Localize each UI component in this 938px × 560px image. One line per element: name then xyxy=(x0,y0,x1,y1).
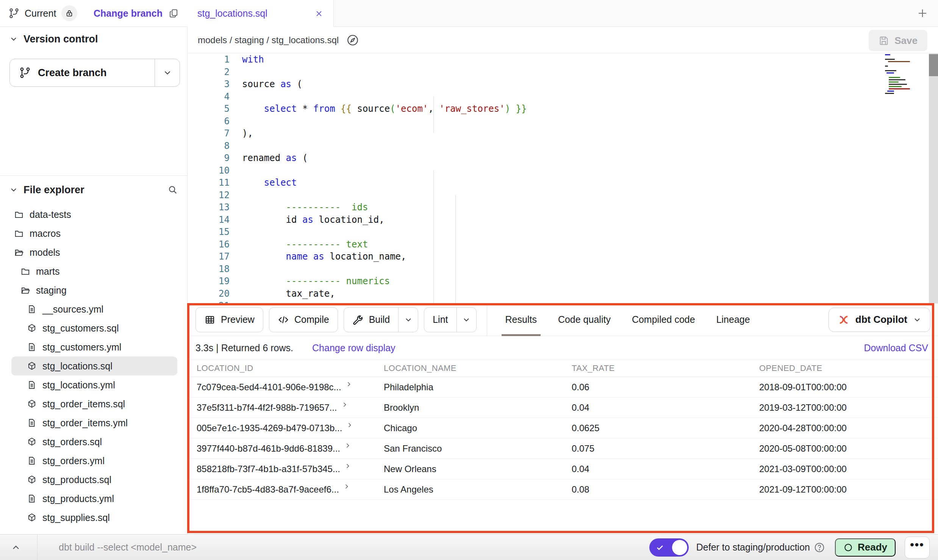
model-cube-icon xyxy=(27,361,37,371)
minimap-line xyxy=(886,72,894,74)
row-expand-icon[interactable] xyxy=(344,462,352,470)
file-tree-item-stg-customers-sql[interactable]: stg_customers.sql xyxy=(11,319,177,338)
cli-command-input[interactable]: dbt build --select <model_name> xyxy=(59,542,197,553)
file-explorer-section-header[interactable]: File explorer xyxy=(0,181,187,199)
tab-stg-locations-sql[interactable]: stg_locations.sql xyxy=(188,0,334,27)
file-tree-item-stg-customers-yml[interactable]: stg_customers.yml xyxy=(11,338,177,357)
create-branch-button[interactable]: Create branch xyxy=(9,59,180,87)
ready-status-button[interactable]: Ready xyxy=(835,538,896,557)
dbt-copilot-button[interactable]: dbt Copilot xyxy=(829,308,930,332)
change-branch-link[interactable]: Change branch xyxy=(94,8,163,19)
file-tree-item-staging[interactable]: staging xyxy=(11,281,177,300)
code-line: 14 id as location_id, xyxy=(188,214,938,226)
file-tree-item-stg-order-items-yml[interactable]: stg_order_items.yml xyxy=(11,413,177,432)
build-dropdown[interactable] xyxy=(398,308,418,332)
defer-toggle[interactable] xyxy=(649,538,689,557)
line-number: 14 xyxy=(188,214,230,226)
cell-opened-date: 2020-05-08T00:00:00 xyxy=(750,443,938,454)
compile-button[interactable]: Compile xyxy=(269,307,338,332)
cell-location-id: 1f8ffa70-7cb5-4d83-8a7f-9aceef6... xyxy=(188,484,375,495)
code-line: 6 xyxy=(188,115,938,128)
row-expand-icon[interactable] xyxy=(341,401,349,408)
file-tree-item-stg-products-sql[interactable]: stg_products.sql xyxy=(11,470,177,489)
code-text: ---------- text xyxy=(242,238,368,251)
folder-open-icon xyxy=(20,285,30,295)
code-line: 16 ---------- text xyxy=(188,238,938,251)
editor-minimap[interactable] xyxy=(885,54,927,95)
file-tree-item-marts[interactable]: marts xyxy=(11,262,177,281)
tab-code-quality[interactable]: Code quality xyxy=(558,303,611,336)
close-icon[interactable] xyxy=(314,9,324,18)
plus-icon[interactable] xyxy=(917,8,928,19)
indent-guide xyxy=(433,170,434,303)
file-tree-item-stg-supplies-sql[interactable]: stg_supplies.sql xyxy=(11,508,177,527)
cell-location-name: Los Angeles xyxy=(375,484,563,495)
search-icon[interactable] xyxy=(167,185,178,195)
file-tree-item-stg-locations-sql[interactable]: stg_locations.sql xyxy=(11,357,177,375)
save-button[interactable]: Save xyxy=(869,30,927,51)
tab-lineage[interactable]: Lineage xyxy=(716,303,750,336)
create-branch-dropdown[interactable] xyxy=(155,59,180,86)
lint-button[interactable]: Lint xyxy=(424,307,476,332)
file-tree-item-stg-orders-yml[interactable]: stg_orders.yml xyxy=(11,451,177,470)
tab-compiled-code[interactable]: Compiled code xyxy=(632,303,695,336)
table-row: 37e5f311-b7f4-4f2f-988b-719657...Brookly… xyxy=(188,397,938,418)
file-tree-item-stg-orders-sql[interactable]: stg_orders.sql xyxy=(11,432,177,451)
code-editor[interactable]: 1with23source as (45 select * from {{ so… xyxy=(188,53,938,303)
code-text: ), xyxy=(242,127,253,140)
code-line: 19 ---------- numerics xyxy=(188,275,938,288)
compass-icon[interactable] xyxy=(346,34,359,47)
defer-label: Defer to staging/production xyxy=(696,542,810,553)
more-options-button[interactable]: ••• xyxy=(905,537,930,558)
file-tree-item-models[interactable]: models xyxy=(11,243,177,262)
file-name: stg_products.sql xyxy=(42,474,111,485)
row-expand-icon[interactable] xyxy=(343,483,350,490)
status-circle-icon xyxy=(843,543,853,552)
status-bar: dbt build --select <model_name> Defer to… xyxy=(0,534,938,560)
copilot-icon xyxy=(837,313,850,326)
cell-location-id: 7c079cea-5ed4-4101-906e-9198c... xyxy=(188,382,375,393)
code-line: 5 select * from {{ source('ecom', 'raw_s… xyxy=(188,103,938,115)
change-row-display-link[interactable]: Change row display xyxy=(312,343,396,354)
help-icon[interactable] xyxy=(814,542,825,553)
line-number: 8 xyxy=(188,140,230,152)
lock-icon xyxy=(65,9,73,17)
code-line: 13 ---------- ids xyxy=(188,201,938,214)
file-tree-item--sources-yml[interactable]: __sources.yml xyxy=(11,300,177,319)
minimap-line xyxy=(889,79,905,80)
file-tree-item-stg-locations-yml[interactable]: stg_locations.yml xyxy=(11,375,177,394)
row-expand-icon[interactable] xyxy=(344,442,352,449)
file-name: marts xyxy=(36,266,60,277)
row-expand-icon[interactable] xyxy=(345,380,353,388)
file-tree: data-testsmacrosmodelsmartsstaging__sour… xyxy=(0,205,187,527)
ellipsis-icon: ••• xyxy=(910,545,924,550)
file-name: stg_customers.yml xyxy=(42,342,121,353)
row-expand-icon[interactable] xyxy=(346,421,353,429)
chevron-up-icon[interactable] xyxy=(11,542,21,553)
sidebar-divider xyxy=(0,175,187,176)
preview-button[interactable]: Preview xyxy=(195,307,263,332)
file-tree-item-macros[interactable]: macros xyxy=(11,224,177,243)
build-button[interactable]: Build xyxy=(344,307,419,332)
line-number: 13 xyxy=(188,201,230,214)
scrollbar-thumb[interactable] xyxy=(929,54,938,76)
file-name: stg_order_items.sql xyxy=(42,399,125,410)
editor-scrollbar[interactable] xyxy=(929,53,938,303)
cell-location-id: 3977f440-b87d-461b-9dd6-81839... xyxy=(188,443,375,454)
line-number: 2 xyxy=(188,66,230,78)
line-number: 21 xyxy=(188,300,230,303)
download-csv-link[interactable]: Download CSV xyxy=(864,343,928,354)
file-tree-item-data-tests[interactable]: data-tests xyxy=(11,205,177,224)
file-tree-item-stg-products-yml[interactable]: stg_products.yml xyxy=(11,489,177,508)
version-control-section-header[interactable]: Version control xyxy=(0,30,187,48)
file-tree-item-stg-order-items-sql[interactable]: stg_order_items.sql xyxy=(11,394,177,413)
model-cube-icon xyxy=(27,323,37,333)
status-bar-divider xyxy=(37,535,38,560)
minimap-line xyxy=(889,81,899,83)
file-explorer-title: File explorer xyxy=(23,184,84,196)
copy-icon[interactable] xyxy=(169,8,179,19)
tab-results[interactable]: Results xyxy=(505,303,537,336)
file-icon xyxy=(27,418,37,428)
cell-opened-date: 2021-03-09T00:00:00 xyxy=(750,464,938,474)
lint-dropdown[interactable] xyxy=(456,308,476,332)
